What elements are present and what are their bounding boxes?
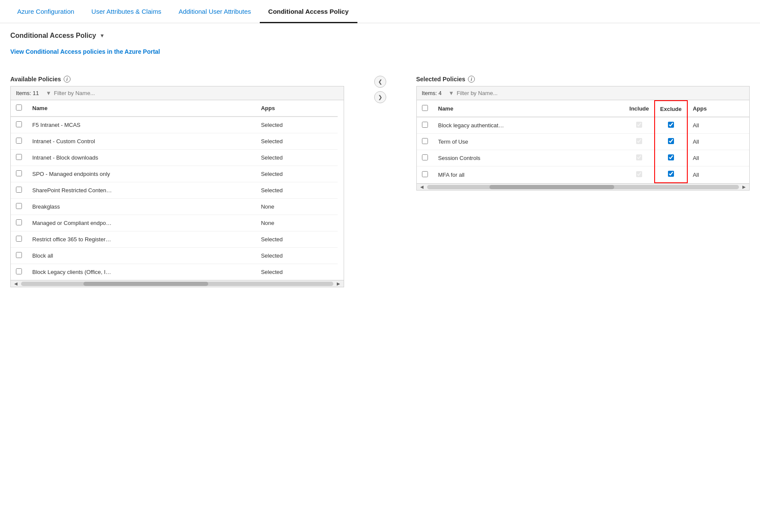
selected-row-exclude-0: [655, 117, 687, 134]
selected-row-exclude-checkbox-2[interactable]: [668, 154, 674, 160]
selected-row-exclude-checkbox-1[interactable]: [668, 138, 674, 144]
panels-container: Available Policies i Items: 11 ▼: [10, 76, 750, 287]
available-table-row: Breakglass None: [11, 199, 338, 215]
selected-select-all-checkbox[interactable]: [422, 105, 428, 111]
nav-additional-user-attributes[interactable]: Additional User Attributes: [170, 0, 259, 23]
available-row-apps-8: Selected: [256, 248, 338, 264]
available-row-checkbox-2[interactable]: [16, 154, 22, 160]
selected-row-checkbox-0[interactable]: [422, 122, 428, 128]
available-row-name-0: F5 Intranet - MCAS: [27, 117, 256, 133]
available-row-checkbox-1[interactable]: [16, 138, 22, 144]
selected-scroll-right[interactable]: ▶: [741, 185, 748, 189]
selected-policies-label: Selected Policies i: [416, 76, 750, 83]
selected-table-row: Term of Use All: [417, 134, 750, 150]
nav-user-attributes[interactable]: User Attributes & Claims: [83, 0, 170, 23]
selected-row-apps-1: All: [687, 134, 749, 150]
available-policies-info-icon[interactable]: i: [64, 76, 71, 83]
available-row-checkbox-cell: [11, 248, 27, 264]
available-filter-icon: ▼: [46, 90, 51, 96]
selected-policies-table: Name Include Exclude Apps Block legacy a…: [417, 100, 750, 183]
available-scroll-right[interactable]: ▶: [335, 281, 342, 286]
selected-row-name-0: Block legacy authenticat…: [433, 117, 625, 134]
available-row-name-9: Block Legacy clients (Office, I…: [27, 264, 256, 280]
available-row-checkbox-6[interactable]: [16, 219, 22, 225]
available-row-checkbox-cell: [11, 117, 27, 133]
available-h-scrollbar[interactable]: ◀ ▶: [11, 280, 344, 287]
available-header-apps: Apps: [256, 100, 338, 117]
available-row-checkbox-3[interactable]: [16, 170, 22, 176]
available-policies-toolbar: Items: 11 ▼: [11, 86, 344, 100]
available-table-row: Block all Selected: [11, 248, 338, 264]
available-policies-table-container[interactable]: Name Apps F5 Intranet - MCAS Selected In…: [11, 100, 344, 280]
available-filter-input[interactable]: [54, 90, 338, 96]
selected-row-include-1: [624, 134, 655, 150]
page-content: Conditional Access Policy ▼ View Conditi…: [0, 23, 760, 296]
available-row-checkbox-7[interactable]: [16, 236, 22, 242]
selected-row-checkbox-2[interactable]: [422, 154, 428, 160]
selected-row-exclude-1: [655, 134, 687, 150]
selected-row-exclude-checkbox-3[interactable]: [668, 171, 674, 177]
nav-conditional-access[interactable]: Conditional Access Policy: [260, 0, 357, 23]
selected-h-scrollbar[interactable]: ◀ ▶: [417, 183, 750, 190]
selected-table-header-row: Name Include Exclude Apps: [417, 101, 750, 117]
available-row-checkbox-8[interactable]: [16, 252, 22, 258]
available-policies-label: Available Policies i: [10, 76, 344, 83]
available-row-checkbox-9[interactable]: [16, 268, 22, 274]
available-row-apps-1: Selected: [256, 133, 338, 150]
selected-table-row: MFA for all All: [417, 166, 750, 183]
available-table-row: Block Legacy clients (Office, I… Selecte…: [11, 264, 338, 280]
selected-scroll-track[interactable]: [427, 185, 739, 189]
available-row-checkbox-cell: [11, 231, 27, 248]
selected-row-exclude-checkbox-0[interactable]: [668, 122, 674, 128]
available-row-checkbox-5[interactable]: [16, 203, 22, 209]
selected-row-include-3: [624, 166, 655, 183]
selected-row-include-checkbox-0: [636, 122, 642, 128]
selected-row-apps-3: All: [687, 166, 749, 183]
nav-azure-config[interactable]: Azure Configuration: [9, 0, 83, 23]
selected-scroll-thumb: [489, 185, 614, 189]
available-row-name-7: Restrict office 365 to Register…: [27, 231, 256, 248]
available-row-checkbox-4[interactable]: [16, 187, 22, 193]
selected-row-exclude-3: [655, 166, 687, 183]
available-table-row: F5 Intranet - MCAS Selected: [11, 117, 338, 133]
selected-header-apps: Apps: [687, 101, 749, 117]
available-policies-panel: Available Policies i Items: 11 ▼: [10, 76, 344, 287]
selected-row-name-3: MFA for all: [433, 166, 625, 183]
available-scroll-left[interactable]: ◀: [12, 281, 19, 286]
available-row-apps-2: Selected: [256, 150, 338, 166]
selected-header-include: Include: [624, 101, 655, 117]
selected-items-count: Items: 4: [422, 90, 442, 96]
selected-row-exclude-2: [655, 150, 687, 166]
available-row-checkbox-cell: [11, 166, 27, 182]
available-header-checkbox-cell: [11, 100, 27, 117]
selected-row-checkbox-3[interactable]: [422, 171, 428, 177]
available-row-name-6: Managed or Compliant endpo…: [27, 215, 256, 231]
selected-row-name-1: Term of Use: [433, 134, 625, 150]
available-select-all-checkbox[interactable]: [16, 105, 22, 111]
available-header-name: Name: [27, 100, 256, 117]
selected-header-exclude: Exclude: [655, 101, 687, 117]
move-right-button[interactable]: ❯: [374, 91, 386, 103]
selected-row-checkbox-cell-3: [417, 166, 433, 183]
available-row-apps-6: None: [256, 215, 338, 231]
available-row-name-3: SPO - Managed endpoints only: [27, 166, 256, 182]
available-row-name-1: Intranet - Custom Control: [27, 133, 256, 150]
azure-portal-link[interactable]: View Conditional Access policies in the …: [10, 48, 160, 55]
available-row-checkbox-cell: [11, 182, 27, 199]
selected-policies-toolbar: Items: 4 ▼: [417, 86, 750, 100]
selected-policies-info-icon[interactable]: i: [468, 76, 475, 83]
available-scroll-track[interactable]: [21, 282, 333, 286]
selected-policies-table-wrapper: Items: 4 ▼ Name Include: [416, 86, 750, 191]
available-row-checkbox-0[interactable]: [16, 121, 22, 127]
selected-table-row: Block legacy authenticat… All: [417, 117, 750, 134]
selected-table-row: Session Controls All: [417, 150, 750, 166]
selected-row-include-0: [624, 117, 655, 134]
available-row-name-2: Intranet - Block downloads: [27, 150, 256, 166]
move-left-button[interactable]: ❮: [374, 76, 386, 88]
selected-scroll-left[interactable]: ◀: [418, 185, 425, 189]
selected-row-checkbox-1[interactable]: [422, 138, 428, 144]
selected-row-name-2: Session Controls: [433, 150, 625, 166]
selected-filter-input[interactable]: [457, 90, 744, 96]
available-row-checkbox-cell: [11, 150, 27, 166]
section-dropdown-arrow[interactable]: ▼: [99, 33, 105, 39]
